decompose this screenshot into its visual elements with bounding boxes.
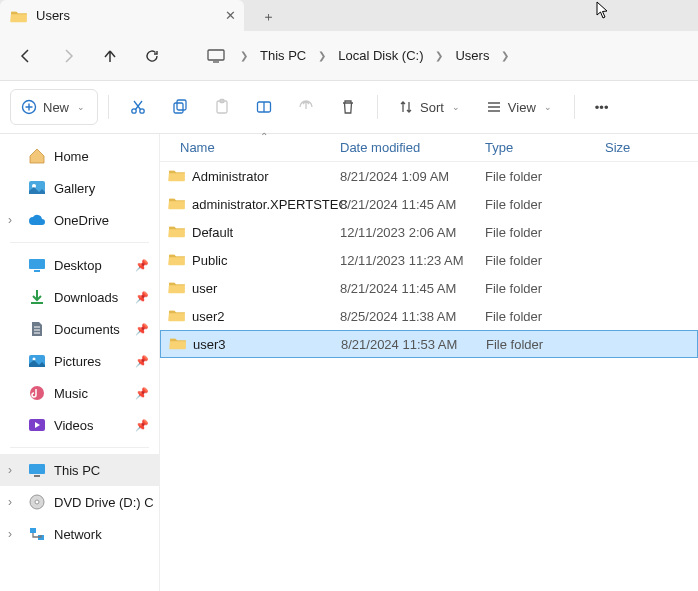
file-date: 12/11/2023 2:06 AM: [340, 225, 485, 240]
separator: [108, 95, 109, 119]
file-date: 8/21/2024 11:53 AM: [341, 337, 486, 352]
svg-rect-16: [29, 464, 45, 474]
file-list: ⌃ Name Date modified Type Size Administr…: [160, 134, 698, 591]
separator: [10, 242, 149, 243]
titlebar: Users ✕ ＋: [0, 0, 698, 31]
chevron-down-icon: ⌄: [75, 102, 87, 112]
file-type: File folder: [485, 309, 605, 324]
table-row[interactable]: user28/25/2024 11:38 AMFile folder: [160, 302, 698, 330]
col-type[interactable]: Type: [485, 140, 605, 155]
downloads-icon: [28, 289, 46, 305]
sidebar-item-videos[interactable]: Videos 📌: [0, 409, 159, 441]
sidebar-label: Desktop: [54, 258, 102, 273]
disc-icon: [28, 494, 46, 510]
table-row[interactable]: Administrator8/21/2024 1:09 AMFile folde…: [160, 162, 698, 190]
crumb-thispc[interactable]: This PC: [252, 48, 314, 63]
sort-button[interactable]: Sort ⌄: [388, 89, 472, 125]
more-button[interactable]: •••: [585, 89, 619, 125]
crumb-disk[interactable]: Local Disk (C:): [330, 48, 431, 63]
table-row[interactable]: Public12/11/2023 11:23 AMFile folder: [160, 246, 698, 274]
crumb-folder[interactable]: Users: [447, 48, 497, 63]
gallery-icon: [28, 180, 46, 196]
forward-button[interactable]: [48, 38, 88, 74]
file-type: File folder: [485, 253, 605, 268]
back-button[interactable]: [6, 38, 46, 74]
new-tab-button[interactable]: ＋: [252, 3, 284, 31]
col-size[interactable]: Size: [605, 140, 698, 155]
col-date[interactable]: Date modified: [340, 140, 485, 155]
file-date: 8/21/2024 11:45 AM: [340, 281, 485, 296]
file-name: user: [192, 281, 217, 296]
table-row[interactable]: user38/21/2024 11:53 AMFile folder: [160, 330, 698, 358]
sidebar-item-gallery[interactable]: Gallery: [0, 172, 159, 204]
separator: [574, 95, 575, 119]
collapse-icon[interactable]: ⌃: [260, 131, 268, 142]
sidebar-item-thispc[interactable]: This PC: [0, 454, 159, 486]
tab-title: Users: [36, 8, 70, 23]
cursor-icon: [596, 1, 610, 23]
sidebar-item-pictures[interactable]: Pictures 📌: [0, 345, 159, 377]
rename-button[interactable]: [245, 89, 283, 125]
main-area: Home Gallery OneDrive Desktop 📌 Download…: [0, 134, 698, 591]
chevron-right-icon[interactable]: ❯: [238, 50, 250, 61]
column-header: ⌃ Name Date modified Type Size: [160, 134, 698, 162]
sidebar-label: Music: [54, 386, 88, 401]
view-label: View: [508, 100, 536, 115]
pin-icon: 📌: [135, 387, 149, 400]
tab-users[interactable]: Users ✕: [0, 0, 244, 31]
refresh-button[interactable]: [132, 38, 172, 74]
file-type: File folder: [485, 281, 605, 296]
file-type: File folder: [486, 337, 606, 352]
col-name[interactable]: Name: [160, 140, 340, 155]
delete-button[interactable]: [329, 89, 367, 125]
folder-icon: [169, 336, 187, 353]
cloud-icon: [28, 212, 46, 228]
sidebar-item-network[interactable]: Network: [0, 518, 159, 550]
pin-icon: 📌: [135, 419, 149, 432]
pin-icon: 📌: [135, 259, 149, 272]
table-row[interactable]: user8/21/2024 11:45 AMFile folder: [160, 274, 698, 302]
sidebar-item-dvd[interactable]: DVD Drive (D:) CCC: [0, 486, 159, 518]
toolbar: New ⌄ Sort ⌄ View ⌄ •••: [0, 81, 698, 134]
up-button[interactable]: [90, 38, 130, 74]
file-date: 8/21/2024 1:09 AM: [340, 169, 485, 184]
copy-button[interactable]: [161, 89, 199, 125]
paste-button[interactable]: [203, 89, 241, 125]
sidebar-item-music[interactable]: Music 📌: [0, 377, 159, 409]
sidebar-item-desktop[interactable]: Desktop 📌: [0, 249, 159, 281]
new-button[interactable]: New ⌄: [10, 89, 98, 125]
pin-icon: 📌: [135, 323, 149, 336]
close-icon[interactable]: ✕: [225, 8, 236, 23]
file-name: user2: [192, 309, 225, 324]
cut-button[interactable]: [119, 89, 157, 125]
chevron-right-icon[interactable]: ❯: [433, 50, 445, 61]
sidebar-label: Home: [54, 149, 89, 164]
sidebar-item-downloads[interactable]: Downloads 📌: [0, 281, 159, 313]
table-row[interactable]: administrator.XPERTSTEC8/21/2024 11:45 A…: [160, 190, 698, 218]
sidebar-label: Downloads: [54, 290, 118, 305]
folder-icon: [168, 308, 186, 325]
chevron-right-icon[interactable]: ❯: [499, 50, 511, 61]
sidebar-label: This PC: [54, 463, 100, 478]
chevron-right-icon[interactable]: ❯: [316, 50, 328, 61]
sidebar-label: Documents: [54, 322, 120, 337]
file-date: 8/21/2024 11:45 AM: [340, 197, 485, 212]
plus-circle-icon: [21, 99, 37, 115]
sidebar-label: OneDrive: [54, 213, 109, 228]
view-icon: [486, 99, 502, 115]
sidebar-label: Videos: [54, 418, 94, 433]
sidebar-label: Pictures: [54, 354, 101, 369]
music-icon: [28, 385, 46, 401]
sidebar-item-onedrive[interactable]: OneDrive: [0, 204, 159, 236]
file-name: Default: [192, 225, 233, 240]
file-date: 12/11/2023 11:23 AM: [340, 253, 485, 268]
view-button[interactable]: View ⌄: [476, 89, 564, 125]
sidebar-item-home[interactable]: Home: [0, 140, 159, 172]
share-button[interactable]: [287, 89, 325, 125]
pc-icon[interactable]: [196, 38, 236, 74]
videos-icon: [28, 417, 46, 433]
sidebar-label: Network: [54, 527, 102, 542]
svg-rect-19: [30, 528, 36, 533]
sidebar-item-documents[interactable]: Documents 📌: [0, 313, 159, 345]
table-row[interactable]: Default12/11/2023 2:06 AMFile folder: [160, 218, 698, 246]
